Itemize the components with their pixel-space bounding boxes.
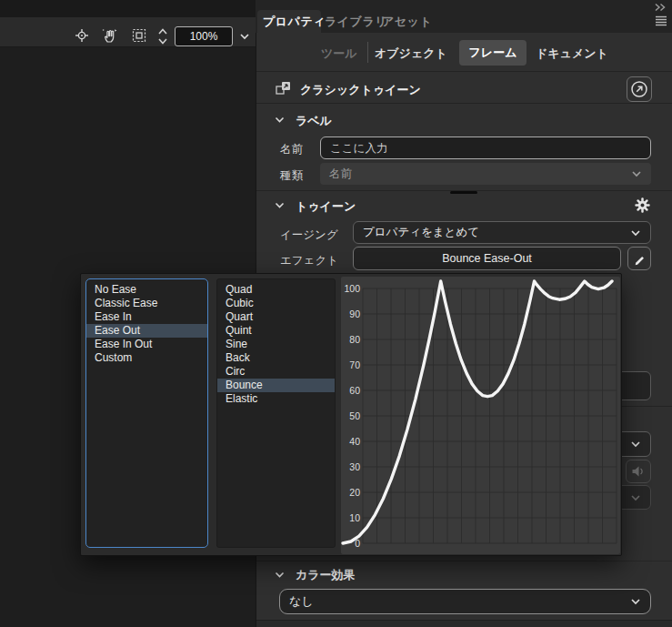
easing-dropdown[interactable]: プロパティをまとめて	[353, 221, 651, 244]
chevron-down-icon	[630, 494, 641, 501]
svg-text:70: 70	[349, 359, 360, 370]
zoom-stepper[interactable]	[156, 26, 169, 46]
chevron-down-icon	[239, 33, 250, 40]
ease-category-classic-ease[interactable]: Classic Ease	[86, 297, 207, 310]
tween-section-title: トゥイーン	[296, 198, 356, 215]
hand-glyph	[102, 27, 118, 44]
ease-type-elastic[interactable]: Elastic	[217, 392, 335, 406]
tab-properties[interactable]: プロパティ	[263, 14, 326, 30]
stepper-chevrons	[157, 26, 168, 46]
ease-type-bounce[interactable]: Bounce	[217, 379, 335, 392]
ease-type-quad[interactable]: Quad	[217, 283, 335, 297]
pencil-icon	[633, 252, 647, 266]
ease-category-list[interactable]: No Ease Classic Ease Ease In Ease Out Ea…	[85, 278, 208, 548]
color-section-title: カラー効果	[296, 567, 356, 583]
divider	[256, 103, 672, 104]
classic-tween-title: クラシックトゥイーン	[300, 82, 421, 98]
chevron-down-icon	[275, 571, 285, 578]
ease-type-quint[interactable]: Quint	[217, 324, 335, 338]
ease-category-ease-in-out[interactable]: Ease In Out	[86, 338, 207, 351]
svg-text:60: 60	[349, 385, 360, 396]
ease-type-back[interactable]: Back	[217, 351, 335, 365]
effect-preset-button[interactable]: Bounce Ease-Out	[353, 247, 621, 270]
collapse-panels-icon[interactable]	[654, 3, 667, 12]
effect-preset-value: Bounce Ease-Out	[442, 252, 532, 265]
easing-field-label: イージング	[280, 228, 338, 243]
name-input[interactable]	[320, 137, 651, 159]
type-field-label: 種類	[280, 168, 303, 184]
effect-field-label: エフェクト	[280, 253, 338, 268]
tab-library[interactable]: ライブラリ	[325, 14, 387, 30]
clip-content-glyph	[132, 28, 146, 43]
hand-tool-icon[interactable]	[101, 26, 119, 45]
edit-ease-button[interactable]	[627, 247, 651, 270]
sound-button-disabled	[626, 460, 651, 483]
tween-section-collapse[interactable]	[275, 202, 285, 208]
registration-point-icon[interactable]	[74, 27, 90, 44]
chevron-down-icon	[631, 170, 642, 177]
ease-picker-popup: No Ease Classic Ease Ease In Ease Out Ea…	[80, 273, 622, 556]
ease-category-no-ease[interactable]: No Ease	[86, 283, 207, 297]
subtab-tool: ツール	[321, 46, 357, 62]
subtab-frame[interactable]: フレーム	[459, 40, 527, 66]
ease-type-cubic[interactable]: Cubic	[217, 297, 335, 310]
clip-content-icon[interactable]	[131, 27, 147, 44]
section-drag-handle[interactable]	[450, 191, 477, 194]
svg-text:100: 100	[344, 283, 360, 294]
panel-bottom-strip	[256, 620, 672, 627]
ease-type-sine[interactable]: Sine	[217, 338, 335, 351]
color-section-collapse[interactable]	[275, 571, 285, 578]
svg-text:80: 80	[349, 334, 360, 345]
ease-curve-preview: 0102030405060708090100	[341, 277, 620, 554]
subtab-separator	[367, 42, 368, 63]
panel-menu-icon[interactable]	[655, 15, 667, 26]
divider	[256, 71, 672, 72]
svg-text:40: 40	[349, 436, 360, 447]
ease-category-custom[interactable]: Custom	[86, 351, 207, 365]
ease-type-quart[interactable]: Quart	[217, 310, 335, 324]
zoom-level-input[interactable]	[175, 26, 233, 46]
chevron-down-icon	[630, 598, 641, 605]
svg-text:20: 20	[349, 487, 360, 498]
stage-top-strip	[0, 0, 256, 17]
ease-type-list[interactable]: Quad Cubic Quart Quint Sine Back Circ Bo…	[216, 278, 336, 548]
svg-text:30: 30	[349, 461, 360, 472]
type-dropdown-value: 名前	[329, 167, 631, 182]
speaker-icon	[631, 465, 646, 478]
svg-text:50: 50	[349, 410, 360, 421]
color-effect-dropdown[interactable]: なし	[279, 589, 651, 614]
zoom-dropdown-button[interactable]	[236, 26, 254, 46]
chevron-down-icon	[630, 229, 641, 237]
subtab-document[interactable]: ドキュメント	[536, 46, 608, 62]
registration-point-glyph	[75, 28, 89, 43]
label-section-title: ラベル	[296, 113, 332, 129]
classic-tween-icon	[275, 79, 293, 97]
divider	[256, 561, 672, 561]
classic-tween-glyph	[275, 79, 293, 97]
open-dialog-icon	[630, 80, 648, 98]
ease-curve-chart: 0102030405060708090100	[341, 277, 620, 554]
name-field-label: 名前	[280, 142, 303, 157]
type-dropdown[interactable]: 名前	[320, 163, 651, 185]
chevron-down-icon	[275, 202, 285, 208]
label-section-collapse[interactable]	[275, 116, 285, 123]
open-tween-dialog-button[interactable]	[627, 76, 652, 102]
svg-text:10: 10	[349, 512, 360, 523]
ease-category-ease-out[interactable]: Ease Out	[86, 324, 207, 338]
tab-assets[interactable]: アセット	[382, 14, 432, 30]
hamburger-glyph	[655, 15, 667, 26]
color-effect-value: なし	[289, 593, 630, 610]
gear-icon	[634, 197, 651, 214]
easing-dropdown-value: プロパティをまとめて	[363, 225, 630, 240]
chevron-down-icon	[275, 116, 285, 123]
subtab-object[interactable]: オブジェクト	[375, 46, 447, 62]
chevron-down-icon	[630, 440, 641, 448]
ease-type-circ[interactable]: Circ	[217, 365, 335, 379]
double-chevron-glyph	[654, 3, 667, 12]
svg-text:90: 90	[349, 308, 360, 319]
ease-category-ease-in[interactable]: Ease In	[86, 310, 207, 324]
tween-settings-button[interactable]	[633, 196, 651, 214]
